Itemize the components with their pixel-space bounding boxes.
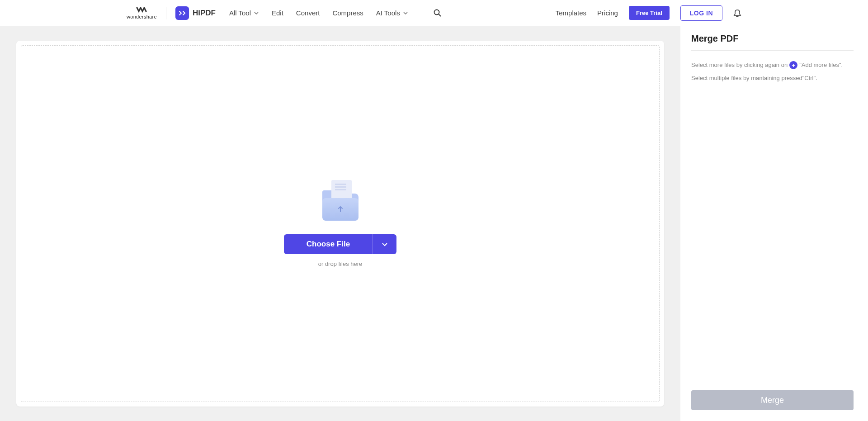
chevron-down-icon — [403, 10, 408, 16]
choose-file-label: Choose File — [307, 240, 350, 249]
svg-point-0 — [434, 9, 439, 14]
hipdf-label: HiPDF — [193, 9, 216, 18]
nav-all-tool-label: All Tool — [229, 9, 251, 17]
folder-upload-icon — [318, 180, 363, 221]
svg-line-1 — [439, 14, 441, 16]
bell-icon — [733, 9, 741, 17]
search-button[interactable] — [434, 9, 442, 17]
header: wondershare HiPDF All Tool Edit Convert … — [0, 0, 868, 26]
panel-hint-line2: Select multiple files by mantaining pres… — [691, 73, 854, 84]
choose-file-button-group: Choose File — [284, 234, 396, 254]
panel-title: Merge PDF — [691, 33, 854, 51]
drop-hint-text: or drop files here — [318, 260, 363, 267]
header-right: Templates Pricing Free Trial LOG IN — [556, 5, 741, 21]
hint-text-part2: "Add more files". — [799, 60, 843, 71]
nav-edit[interactable]: Edit — [272, 9, 283, 17]
hipdf-logo[interactable]: HiPDF — [175, 6, 216, 20]
side-panel: Merge PDF Select more files by clicking … — [680, 26, 868, 421]
chevron-down-icon — [254, 10, 259, 16]
choose-file-dropdown-button[interactable] — [373, 234, 396, 254]
hipdf-icon — [175, 6, 189, 20]
content-area: Choose File or drop files here — [0, 26, 680, 421]
panel-hint-line1: Select more files by clicking again on "… — [691, 60, 854, 71]
wondershare-logo[interactable]: wondershare — [127, 7, 166, 19]
chevron-down-icon — [381, 241, 388, 248]
search-icon — [434, 9, 442, 17]
wondershare-icon — [136, 7, 147, 14]
notifications-button[interactable] — [733, 9, 741, 17]
nav-edit-label: Edit — [272, 9, 283, 17]
nav-compress[interactable]: Compress — [332, 9, 363, 17]
pricing-link[interactable]: Pricing — [597, 9, 618, 17]
nav-ai-tools-label: AI Tools — [376, 9, 400, 17]
main-wrapper: Choose File or drop files here Merge PDF… — [0, 26, 868, 421]
nav-convert[interactable]: Convert — [296, 9, 320, 17]
upload-dropzone[interactable]: Choose File or drop files here — [16, 41, 664, 407]
nav-menu: All Tool Edit Convert Compress AI Tools — [229, 9, 442, 17]
wondershare-label: wondershare — [127, 14, 157, 19]
templates-link[interactable]: Templates — [556, 9, 586, 17]
nav-ai-tools[interactable]: AI Tools — [376, 9, 408, 17]
add-more-files-icon — [789, 61, 797, 69]
nav-compress-label: Compress — [332, 9, 363, 17]
hint-text-part1: Select more files by clicking again on — [691, 60, 788, 71]
choose-file-button[interactable]: Choose File — [284, 234, 373, 254]
merge-button[interactable]: Merge — [691, 390, 854, 410]
login-button[interactable]: LOG IN — [680, 5, 722, 21]
nav-convert-label: Convert — [296, 9, 320, 17]
free-trial-button[interactable]: Free Trial — [629, 6, 670, 20]
nav-all-tool[interactable]: All Tool — [229, 9, 259, 17]
